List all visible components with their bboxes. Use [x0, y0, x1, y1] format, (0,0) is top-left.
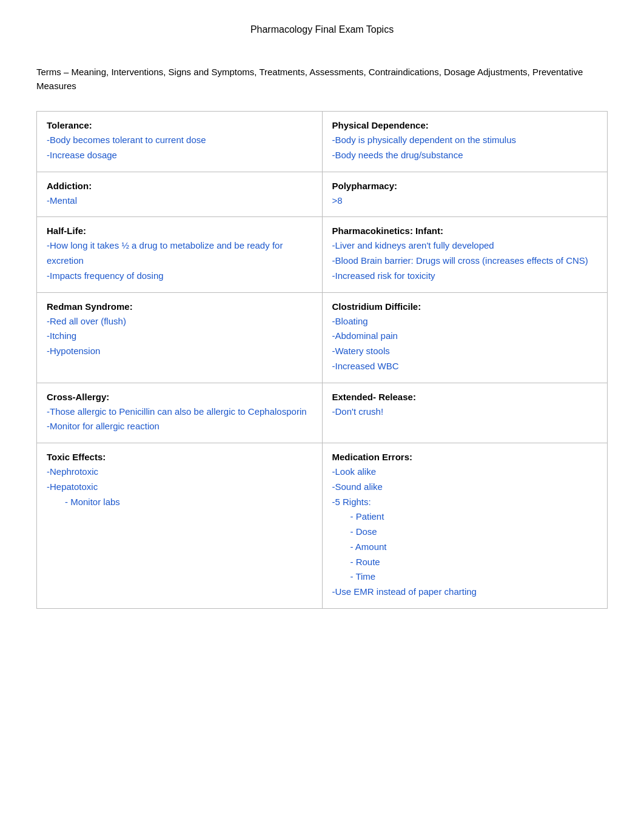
- cell-title-right-4: Extended- Release:: [332, 392, 598, 402]
- cell-line-right-2-2: -Increased risk for toxicity: [332, 269, 598, 284]
- cell-line-right-0-1: -Body needs the drug/substance: [332, 148, 598, 163]
- cell-line-right-5-8: -Use EMR instead of paper charting: [332, 585, 598, 600]
- table-row: Addiction:-MentalPolypharmacy:>8: [37, 172, 608, 217]
- cell-line-left-3-0: -Red all over (flush): [47, 314, 312, 329]
- cell-left-3: Redman Syndrome:-Red all over (flush)-It…: [37, 292, 323, 383]
- cell-line-left-5-2: - Monitor labs: [47, 495, 312, 510]
- cell-line-right-5-5: - Amount: [332, 540, 598, 555]
- cell-line-right-5-7: - Time: [332, 569, 598, 585]
- cell-right-3: Clostridium Difficile:-Bloating-Abdomina…: [322, 292, 608, 383]
- table-row: Redman Syndrome:-Red all over (flush)-It…: [37, 292, 608, 383]
- cell-line-left-4-1: -Monitor for allergic reaction: [47, 419, 312, 434]
- cell-right-2: Pharmacokinetics: Infant:-Liver and kidn…: [322, 217, 608, 292]
- cell-line-right-5-4: - Dose: [332, 525, 598, 540]
- cell-title-left-4: Cross-Allergy:: [47, 392, 312, 402]
- cell-title-right-5: Medication Errors:: [332, 452, 598, 462]
- cell-left-1: Addiction:-Mental: [37, 172, 323, 217]
- cell-line-right-2-0: -Liver and kidneys aren't fully develope…: [332, 238, 598, 253]
- page-title: Pharmacology Final Exam Topics: [36, 24, 608, 35]
- table-row: Tolerance:-Body becomes tolerant to curr…: [37, 112, 608, 172]
- cell-line-right-0-0: -Body is physically dependent on the sti…: [332, 133, 598, 148]
- cell-line-right-2-1: -Blood Brain barrier: Drugs will cross (…: [332, 253, 598, 269]
- cell-line-right-5-2: -5 Rights:: [332, 495, 598, 510]
- table-row: Toxic Effects:-Nephrotoxic-Hepatotoxic- …: [37, 443, 608, 609]
- cell-line-right-5-3: - Patient: [332, 509, 598, 525]
- table-row: Half-Life:-How long it takes ½ a drug to…: [37, 217, 608, 292]
- cell-line-right-3-2: -Watery stools: [332, 344, 598, 359]
- cell-line-left-3-2: -Hypotension: [47, 344, 312, 359]
- cell-title-right-0: Physical Dependence:: [332, 120, 598, 130]
- cell-right-1: Polypharmacy:>8: [322, 172, 608, 217]
- cell-left-2: Half-Life:-How long it takes ½ a drug to…: [37, 217, 323, 292]
- cell-line-left-4-0: -Those allergic to Penicillin can also b…: [47, 404, 312, 420]
- cell-line-right-3-1: -Abdominal pain: [332, 329, 598, 344]
- cell-line-left-5-0: -Nephrotoxic: [47, 464, 312, 480]
- cell-left-4: Cross-Allergy:-Those allergic to Penicil…: [37, 383, 323, 443]
- cell-line-left-5-1: -Hepatotoxic: [47, 480, 312, 495]
- table-row: Cross-Allergy:-Those allergic to Penicil…: [37, 383, 608, 443]
- cell-right-4: Extended- Release:-Don't crush!: [322, 383, 608, 443]
- subtitle: Terms – Meaning, Interventions, Signs an…: [36, 65, 608, 93]
- cell-title-left-5: Toxic Effects:: [47, 452, 312, 462]
- cell-title-left-1: Addiction:: [47, 181, 312, 191]
- cell-line-left-2-1: -Impacts frequency of dosing: [47, 269, 312, 284]
- cell-line-right-5-0: -Look alike: [332, 464, 598, 480]
- cell-title-right-2: Pharmacokinetics: Infant:: [332, 226, 598, 236]
- cell-line-left-0-0: -Body becomes tolerant to current dose: [47, 133, 312, 148]
- cell-line-right-1-0: >8: [332, 193, 598, 209]
- cell-right-0: Physical Dependence:-Body is physically …: [322, 112, 608, 172]
- cell-line-right-3-3: -Increased WBC: [332, 359, 598, 374]
- cell-left-0: Tolerance:-Body becomes tolerant to curr…: [37, 112, 323, 172]
- main-table: Tolerance:-Body becomes tolerant to curr…: [36, 111, 608, 609]
- cell-left-5: Toxic Effects:-Nephrotoxic-Hepatotoxic- …: [37, 443, 323, 609]
- cell-title-left-2: Half-Life:: [47, 226, 312, 236]
- cell-right-5: Medication Errors:-Look alike-Sound alik…: [322, 443, 608, 609]
- cell-line-right-5-1: -Sound alike: [332, 480, 598, 495]
- cell-line-right-4-0: -Don't crush!: [332, 404, 598, 420]
- cell-line-right-3-0: -Bloating: [332, 314, 598, 329]
- cell-line-left-3-1: -Itching: [47, 329, 312, 344]
- cell-line-left-0-1: -Increase dosage: [47, 148, 312, 163]
- cell-title-right-3: Clostridium Difficile:: [332, 301, 598, 312]
- cell-title-left-3: Redman Syndrome:: [47, 301, 312, 312]
- cell-title-left-0: Tolerance:: [47, 120, 312, 130]
- cell-line-left-1-0: -Mental: [47, 193, 312, 209]
- cell-line-right-5-6: - Route: [332, 555, 598, 570]
- cell-line-left-2-0: -How long it takes ½ a drug to metaboliz…: [47, 238, 312, 269]
- cell-title-right-1: Polypharmacy:: [332, 181, 598, 191]
